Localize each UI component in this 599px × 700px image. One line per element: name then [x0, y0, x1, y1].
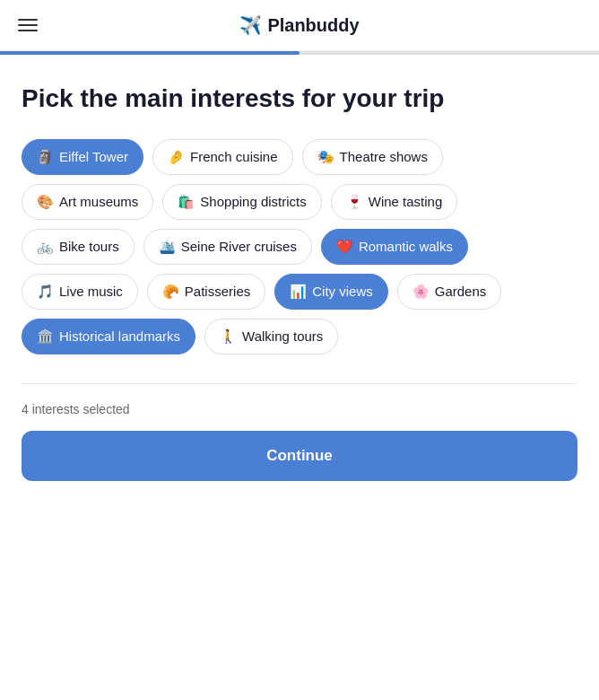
city-views-emoji: 📊 [290, 284, 307, 300]
gardens-emoji: 🌸 [412, 284, 430, 300]
status-text: 4 interests selected [22, 402, 577, 416]
logo-icon: ✈️ [239, 14, 262, 36]
tag-wine-tasting[interactable]: 🍷Wine tasting [331, 184, 458, 220]
historical-landmarks-label: Historical landmarks [59, 328, 180, 344]
page-title: Pick the main interests for your trip [22, 83, 577, 114]
art-museums-label: Art museums [59, 194, 138, 209]
city-views-label: City views [312, 284, 373, 299]
live-music-emoji: 🎵 [37, 284, 54, 300]
tag-art-museums[interactable]: 🎨Art museums [22, 184, 153, 220]
tag-walking-tours[interactable]: 🚶Walking tours [204, 319, 338, 354]
seine-river-cruises-label: Seine River cruises [181, 239, 297, 254]
bike-tours-label: Bike tours [59, 239, 119, 254]
header: ✈️ Planbuddy [0, 0, 599, 55]
romantic-walks-emoji: ❤️ [336, 239, 353, 255]
patisseries-label: Patisseries [185, 284, 250, 299]
theatre-shows-label: Theatre shows [340, 149, 428, 164]
live-music-label: Live music [59, 284, 123, 299]
shopping-districts-label: Shopping districts [200, 194, 306, 209]
tag-historical-landmarks[interactable]: 🏛️Historical landmarks [22, 319, 195, 354]
walking-tours-label: Walking tours [242, 328, 323, 344]
seine-river-cruises-emoji: 🛳️ [159, 239, 176, 255]
tags-container: 🗿Eiffel Tower🤌French cuisine🎭Theatre sho… [22, 139, 577, 354]
walking-tours-emoji: 🚶 [220, 328, 237, 345]
bike-tours-emoji: 🚲 [37, 239, 54, 255]
eiffel-tower-label: Eiffel Tower [59, 149, 128, 164]
logo-text: Planbuddy [267, 15, 359, 36]
main-content: Pick the main interests for your trip 🗿E… [0, 55, 599, 503]
tag-eiffel-tower[interactable]: 🗿Eiffel Tower [22, 139, 143, 175]
historical-landmarks-emoji: 🏛️ [37, 328, 54, 345]
continue-button[interactable]: Continue [22, 431, 577, 481]
art-museums-emoji: 🎨 [37, 194, 54, 210]
french-cuisine-label: French cuisine [190, 149, 278, 164]
menu-button[interactable] [18, 19, 38, 31]
app-logo: ✈️ Planbuddy [239, 14, 359, 36]
shopping-districts-emoji: 🛍️ [178, 194, 195, 210]
divider [22, 383, 577, 384]
gardens-label: Gardens [435, 284, 487, 299]
tag-romantic-walks[interactable]: ❤️Romantic walks [321, 229, 468, 265]
tag-gardens[interactable]: 🌸Gardens [397, 274, 502, 310]
tag-patisseries[interactable]: 🥐Patisseries [147, 274, 265, 310]
tag-bike-tours[interactable]: 🚲Bike tours [22, 229, 135, 265]
wine-tasting-label: Wine tasting [369, 194, 443, 209]
tag-city-views[interactable]: 📊City views [274, 274, 388, 310]
tag-seine-river-cruises[interactable]: 🛳️Seine River cruises [143, 229, 312, 265]
wine-tasting-emoji: 🍷 [346, 194, 363, 210]
tag-theatre-shows[interactable]: 🎭Theatre shows [302, 139, 443, 175]
french-cuisine-emoji: 🤌 [168, 149, 185, 165]
romantic-walks-label: Romantic walks [359, 239, 453, 254]
tag-french-cuisine[interactable]: 🤌French cuisine [152, 139, 293, 175]
theatre-shows-emoji: 🎭 [317, 149, 334, 165]
tag-shopping-districts[interactable]: 🛍️Shopping districts [162, 184, 321, 220]
tag-live-music[interactable]: 🎵Live music [22, 274, 138, 310]
patisseries-emoji: 🥐 [162, 284, 179, 300]
eiffel-tower-emoji: 🗿 [37, 149, 54, 165]
